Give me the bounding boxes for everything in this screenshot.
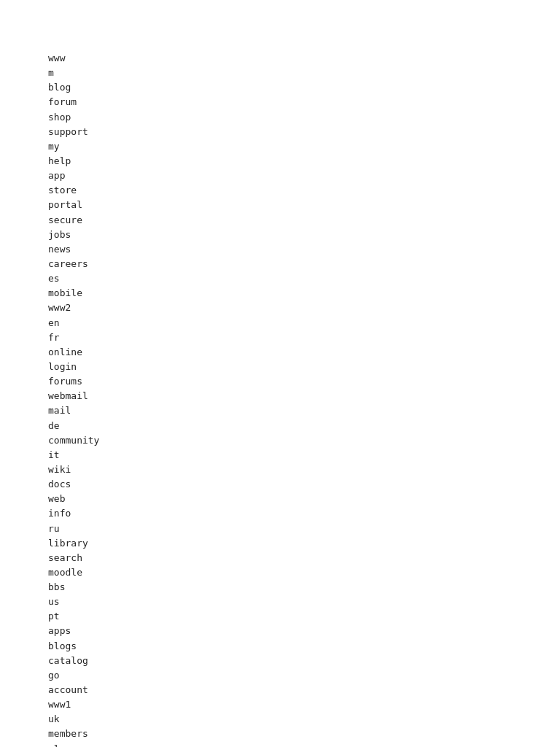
list-item: library — [48, 536, 560, 551]
list-item: www2 — [48, 301, 560, 315]
list-item: go — [48, 668, 560, 683]
list-item: jobs — [48, 228, 560, 242]
list-item: support — [48, 125, 560, 139]
list-item: us — [48, 595, 560, 609]
list-item: webmail — [48, 389, 560, 403]
list-item: it — [48, 448, 560, 462]
list-item: wiki — [48, 462, 560, 477]
list-item: login — [48, 360, 560, 374]
list-item: docs — [48, 477, 560, 492]
list-item: account — [48, 683, 560, 697]
list-item: moodle — [48, 565, 560, 580]
list-item: ru — [48, 522, 560, 536]
list-item: blogs — [48, 639, 560, 654]
list-item: news — [48, 242, 560, 257]
list-item: portal — [48, 198, 560, 212]
list-item: info — [48, 506, 560, 521]
list-item: forum — [48, 95, 560, 109]
list-item: app — [48, 169, 560, 183]
list-item: nl — [48, 742, 560, 747]
list-item: apps — [48, 624, 560, 638]
list-item: en — [48, 316, 560, 330]
list-item: fr — [48, 330, 560, 345]
list-item: search — [48, 551, 560, 565]
list-item: web — [48, 492, 560, 506]
list-item: mobile — [48, 286, 560, 301]
list-item: online — [48, 345, 560, 360]
list-item: es — [48, 271, 560, 286]
list-item: blog — [48, 80, 560, 95]
list-item: secure — [48, 213, 560, 228]
list-item: m — [48, 66, 560, 80]
list-item: uk — [48, 712, 560, 727]
list-item: my — [48, 139, 560, 154]
list-item: members — [48, 727, 560, 741]
list-item: mail — [48, 403, 560, 418]
list-item: www1 — [48, 697, 560, 712]
subdomain-list: wwwmblogforumshopsupportmyhelpappstorepo… — [48, 51, 560, 747]
list-item: shop — [48, 110, 560, 125]
list-item: careers — [48, 257, 560, 271]
list-item: bbs — [48, 580, 560, 595]
list-item: forums — [48, 374, 560, 389]
list-item: pt — [48, 609, 560, 624]
list-item: store — [48, 183, 560, 198]
list-item: de — [48, 419, 560, 433]
list-item: community — [48, 433, 560, 448]
list-item: www — [48, 51, 560, 66]
list-item: help — [48, 154, 560, 169]
list-item: catalog — [48, 654, 560, 668]
